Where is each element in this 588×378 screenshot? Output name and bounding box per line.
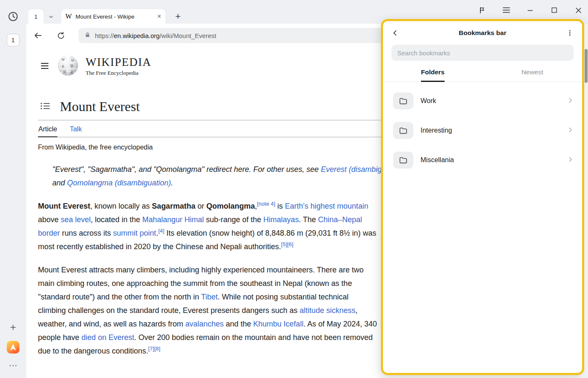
window-maximize-icon[interactable] bbox=[550, 6, 558, 14]
folder-list: Work Interesting bbox=[383, 82, 582, 175]
window-control-area bbox=[478, 3, 582, 17]
url-host: en.wikipedia.org bbox=[114, 32, 159, 39]
table-of-contents-icon[interactable] bbox=[40, 102, 50, 111]
reference-link[interactable]: [7] bbox=[148, 345, 154, 352]
folder-icon bbox=[393, 152, 413, 169]
text-segment: , known locally as bbox=[90, 202, 152, 210]
reference-link[interactable]: [5] bbox=[281, 241, 287, 247]
text-segment: sub-range of the bbox=[204, 215, 263, 224]
sidebar-more-icon[interactable]: ⋯ bbox=[9, 361, 17, 370]
wiki-link[interactable]: Khumbu Icefall bbox=[253, 320, 303, 328]
wikipedia-menu-icon[interactable] bbox=[41, 63, 49, 69]
wiki-link[interactable]: avalanches bbox=[185, 320, 224, 328]
bookmarks-search-input[interactable] bbox=[397, 49, 568, 57]
chevron-right-icon bbox=[567, 156, 574, 164]
wiki-link[interactable]: Earth's highest mountain bbox=[285, 202, 369, 210]
wiki-link[interactable]: sea level bbox=[61, 215, 91, 224]
folder-label: Work bbox=[421, 97, 567, 105]
wiki-link[interactable]: died on Everest bbox=[81, 333, 134, 342]
yandex-browser-icon[interactable] bbox=[7, 341, 19, 354]
bookmarks-panel-header: Bookmarks bar bbox=[383, 21, 582, 41]
url-text: https://en.wikipedia.org/wiki/Mount_Ever… bbox=[95, 32, 216, 39]
sidebar-add-button[interactable]: + bbox=[10, 322, 16, 332]
folder-label: Interesting bbox=[421, 127, 567, 134]
lead-paragraph: Mount Everest, known locally as Sagarmat… bbox=[38, 199, 378, 253]
folder-icon bbox=[393, 92, 413, 109]
wikipedia-favicon: W bbox=[65, 13, 72, 20]
reference-link[interactable]: [6] bbox=[287, 241, 293, 247]
text-segment: . The bbox=[299, 215, 318, 224]
tab-group-chip[interactable]: 1 bbox=[28, 9, 43, 24]
tab-close-icon[interactable]: × bbox=[157, 13, 161, 20]
panel-tab-newest-label: Newest bbox=[521, 68, 543, 81]
svg-text:ع: ع bbox=[62, 64, 65, 68]
tab-title: Mount Everest - Wikipe bbox=[76, 14, 154, 20]
page-scrollbar[interactable] bbox=[584, 24, 588, 378]
panel-title: Bookmarks bar bbox=[400, 29, 565, 37]
scrollbar-thumb[interactable] bbox=[585, 49, 588, 83]
browser-menu-icon[interactable] bbox=[502, 6, 510, 14]
text-segment: above bbox=[38, 215, 61, 224]
svg-text:字: 字 bbox=[70, 64, 74, 68]
page-title: Mount Everest bbox=[60, 99, 140, 114]
lock-icon bbox=[84, 31, 91, 40]
folder-row-interesting[interactable]: Interesting bbox=[393, 116, 574, 145]
bookmarks-panel: Bookmarks bar Folders Newest Work bbox=[381, 19, 584, 375]
text-segment: is bbox=[275, 202, 285, 210]
chevron-right-icon bbox=[567, 97, 574, 105]
wiki-link[interactable]: altitude sickness bbox=[299, 306, 355, 315]
reference-link[interactable]: [8] bbox=[154, 345, 160, 352]
wiki-link[interactable]: Qomolangma (disambiguation) bbox=[67, 179, 171, 187]
bold-text: Mount Everest bbox=[38, 202, 90, 210]
new-tab-button[interactable]: + bbox=[172, 10, 184, 23]
svg-text:W: W bbox=[62, 58, 65, 62]
wikipedia-globe-logo[interactable]: W Ω ع 字 И あ bbox=[57, 54, 79, 78]
chevron-right-icon bbox=[567, 127, 574, 135]
text-segment: runs across its bbox=[60, 229, 113, 237]
tab-list-chevron-down-icon[interactable] bbox=[46, 13, 57, 21]
text-segment: . bbox=[171, 179, 173, 187]
wikipedia-wordmark-block[interactable]: WIKIPEDIA The Free Encyclopedia bbox=[86, 56, 151, 76]
text-segment: or bbox=[195, 202, 206, 210]
window-minimize-icon[interactable] bbox=[526, 6, 534, 14]
wikipedia-tagline: The Free Encyclopedia bbox=[86, 70, 151, 76]
browser-sidebar: 1 + ⋯ bbox=[0, 0, 26, 378]
url-path: /wiki/Mount_Everest bbox=[159, 32, 216, 39]
active-tab[interactable]: W Mount Everest - Wikipe × bbox=[61, 9, 165, 24]
svg-text:И: И bbox=[63, 70, 66, 74]
text-segment: , located in the bbox=[91, 215, 142, 224]
panel-tab-newest[interactable]: Newest bbox=[483, 68, 582, 82]
panel-tab-folders-label: Folders bbox=[421, 68, 445, 82]
panel-kebab-menu-icon[interactable] bbox=[565, 28, 575, 38]
text-segment: and bbox=[52, 179, 67, 187]
bold-text: Qomolangma bbox=[206, 202, 255, 210]
wiki-link[interactable]: Tibet bbox=[201, 293, 218, 301]
svg-text:あ: あ bbox=[70, 70, 74, 74]
wiki-link[interactable]: summit point bbox=[113, 229, 156, 237]
panel-tabs: Folders Newest bbox=[383, 68, 582, 82]
reload-icon[interactable] bbox=[56, 30, 66, 41]
panel-tab-folders[interactable]: Folders bbox=[383, 68, 483, 82]
reference-link[interactable]: [note 4] bbox=[257, 201, 275, 207]
folder-label: Miscellania bbox=[421, 156, 567, 164]
second-paragraph: Mount Everest attracts many climbers, in… bbox=[38, 263, 378, 358]
folder-icon bbox=[393, 122, 413, 139]
folder-row-miscellania[interactable]: Miscellania bbox=[393, 145, 574, 175]
reference-link[interactable]: [4] bbox=[158, 228, 164, 234]
tab-article[interactable]: Article bbox=[38, 121, 57, 137]
folder-row-work[interactable]: Work bbox=[393, 86, 574, 116]
window-close-icon[interactable] bbox=[575, 6, 582, 14]
wikipedia-wordmark: WIKIPEDIA bbox=[86, 56, 151, 69]
tab-counter[interactable]: 1 bbox=[7, 34, 19, 46]
bookmarks-panel-icon[interactable] bbox=[478, 6, 486, 14]
text-segment: and the bbox=[224, 320, 253, 328]
bold-text: Sagarmatha bbox=[152, 202, 195, 210]
history-clock-icon[interactable] bbox=[8, 11, 19, 24]
panel-back-icon[interactable] bbox=[391, 28, 400, 38]
wiki-link[interactable]: Himalayas bbox=[263, 215, 299, 224]
tab-talk[interactable]: Talk bbox=[69, 121, 82, 137]
url-scheme: https:// bbox=[95, 32, 114, 39]
wiki-link[interactable]: Mahalangur Himal bbox=[142, 215, 204, 224]
browser-window: 1 + ⋯ 1 W Mount Everest - Wikipe × + bbox=[0, 0, 588, 378]
back-icon[interactable] bbox=[33, 30, 43, 41]
